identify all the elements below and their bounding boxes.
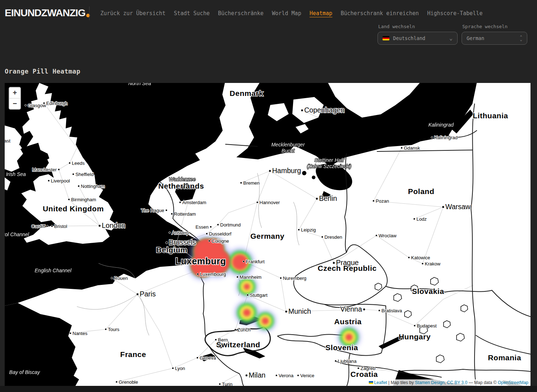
site-logo[interactable]: EINUNDZWANZIG — [5, 8, 90, 18]
city-dot — [99, 225, 101, 227]
country-label: Luxemburg — [175, 256, 226, 266]
zoom-in-button[interactable]: + — [9, 88, 20, 98]
water-label: North Sea — [128, 83, 151, 86]
water-label: (Zalew Szczecinski) — [307, 163, 352, 169]
city-dot — [172, 367, 174, 369]
city-label: Nuremberg — [283, 276, 306, 281]
country-select[interactable]: Deutschland ⌄ — [377, 32, 458, 45]
city-dot — [78, 185, 79, 187]
country-label: Belgium — [156, 246, 187, 254]
language-control-group: Sprache wechseln German ⌃⌄ — [462, 24, 527, 45]
page: EINUNDZWANZIG Zurück zur ÜbersichtStadt … — [0, 0, 537, 392]
city-dot — [219, 383, 221, 385]
city-dot — [375, 234, 377, 236]
city-label: Paris — [140, 290, 156, 298]
nav-heatmap[interactable]: Heatmap — [310, 10, 332, 17]
city-label: Frankfurt — [246, 259, 265, 264]
city-dot — [165, 209, 167, 211]
city-dot — [236, 276, 238, 278]
city-dot — [422, 263, 423, 264]
nav-highscore-tabelle[interactable]: Highscore-Tabelle — [427, 10, 483, 17]
city-dot — [413, 218, 415, 220]
city-dot — [240, 182, 242, 184]
city-label: Geneva — [200, 355, 216, 361]
city-label: Stuttgart — [250, 292, 268, 298]
city-dot — [234, 329, 236, 330]
city-dot — [215, 339, 217, 340]
city-dot — [68, 198, 70, 200]
language-select-label: Sprache wechseln — [462, 24, 527, 29]
map-zoom-control: + − — [9, 87, 21, 110]
city-dot — [431, 136, 433, 138]
attribution-link-stamen-design[interactable]: Stamen Design — [415, 380, 445, 385]
language-select-value: German — [467, 35, 484, 41]
city-dot — [280, 277, 281, 279]
city-label: Mannheim — [240, 274, 262, 280]
city-label: Katowice — [411, 255, 430, 260]
city-dot — [196, 357, 198, 358]
country-label: Slovenia — [326, 343, 358, 352]
nav-world-map[interactable]: World Map — [272, 10, 301, 17]
city-dot — [333, 262, 335, 264]
city-label: Rotterdam — [174, 211, 196, 217]
water-label: Waddenzee — [169, 176, 196, 182]
nav-zur-ck-zur-bersicht[interactable]: Zurück zur Übersicht — [100, 10, 166, 17]
city-label: Sheffield — [75, 172, 93, 177]
city-label: Belfast — [5, 138, 10, 144]
city-label: Bremen — [243, 180, 260, 186]
city-dot — [115, 381, 117, 383]
city-dot — [378, 309, 380, 311]
zoom-out-button[interactable]: − — [9, 98, 20, 109]
city-dot — [256, 201, 258, 203]
city-dot — [179, 201, 181, 203]
city-label: Kaliningrad — [434, 135, 458, 140]
city-dot — [301, 109, 303, 111]
city-dot — [105, 328, 106, 330]
nav-stadt-suche[interactable]: Stadt Suche — [174, 10, 210, 17]
city-label: Dortmund — [220, 222, 241, 228]
city-label: Wroclaw — [379, 233, 397, 238]
city-dot — [401, 147, 402, 149]
city-label: Zagreb — [361, 366, 375, 371]
water-label: Mecklenburger — [271, 142, 305, 147]
heatmap-map[interactable]: North SeaIrish SeaWaddenzeeEnglish Chann… — [5, 83, 531, 386]
country-label: Poland — [408, 187, 434, 195]
attribution-link-openstreetmap[interactable]: OpenStreetMap — [498, 380, 528, 385]
nav-b-cherschrank-einreichen[interactable]: Bücherschrank einreichen — [341, 10, 419, 17]
city-label: Berlin — [319, 194, 337, 202]
city-label: Amsterdam — [182, 200, 206, 205]
country-select-value: Deutschland — [393, 35, 425, 41]
city-label: Bratislava — [381, 308, 402, 313]
city-dot — [442, 206, 444, 208]
city-label: Dresden — [324, 234, 342, 240]
nav-b-cherschr-nke[interactable]: Bücherschränke — [218, 10, 263, 17]
city-label: Bern — [218, 337, 228, 343]
city-label: Cardiff — [31, 224, 45, 229]
language-select[interactable]: German ⌃⌄ — [462, 32, 527, 45]
city-label: Birmingham — [71, 197, 96, 202]
city-label: Warsaw — [445, 203, 471, 211]
attribution-link-leaflet[interactable]: Leaflet — [374, 380, 387, 385]
city-label: Krakow — [425, 261, 441, 267]
city-dot — [197, 273, 198, 275]
city-dot — [372, 200, 374, 202]
city-label: Tours — [108, 327, 119, 332]
city-dot — [316, 198, 318, 200]
city-dot — [246, 294, 248, 296]
city-label: Antwerp — [172, 230, 189, 235]
city-label: Milan — [249, 371, 266, 379]
city-label: Munich — [288, 307, 311, 315]
city-dot — [25, 104, 26, 106]
city-dot — [275, 374, 277, 376]
city-dot — [69, 332, 71, 334]
city-label: Essen — [196, 224, 209, 230]
city-label: Dusseldorf — [209, 231, 232, 237]
country-label: Austria — [334, 317, 362, 326]
city-dot — [69, 162, 70, 164]
header-controls: Land wechseln Deutschland ⌄ Sprache wech… — [377, 24, 527, 45]
city-dot — [210, 226, 211, 228]
attribution-link-cc-by-3-0[interactable]: CC BY 3.0 — [447, 380, 467, 385]
attribution-text: | Map tiles by — [387, 380, 415, 385]
city-label: Bristol — [54, 224, 67, 229]
city-dot — [363, 308, 365, 310]
